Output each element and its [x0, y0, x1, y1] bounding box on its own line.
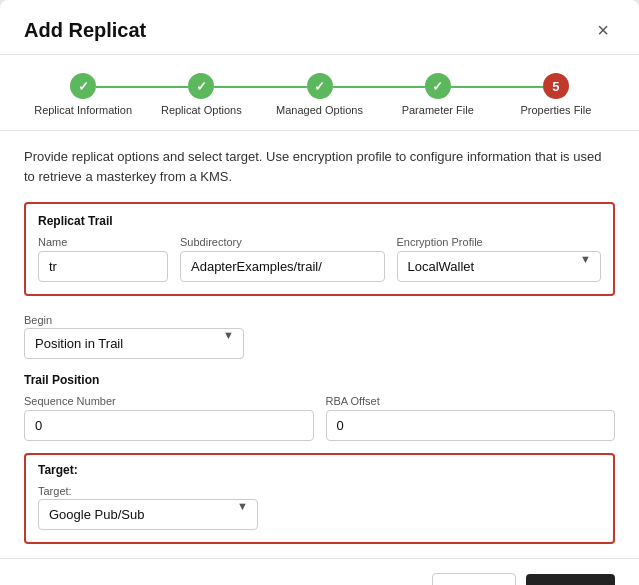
begin-row: Begin Position in Trail Now Custom ▼: [24, 310, 615, 359]
encryption-profile-label: Encryption Profile: [397, 236, 602, 248]
begin-select-wrapper: Begin Position in Trail Now Custom ▼: [24, 310, 244, 359]
target-select-wrapper: Target: Google Pub/Sub Kafka Oracle Gold…: [38, 481, 258, 530]
trail-position-row: Sequence Number RBA Offset: [24, 395, 615, 441]
target-field-label: Target:: [38, 485, 72, 497]
modal-header: Add Replicat ×: [0, 0, 639, 55]
sequence-number-field-group: Sequence Number: [24, 395, 314, 441]
replicat-trail-section: Replicat Trail Name Subdirectory Encrypt…: [24, 202, 615, 296]
modal-body: Provide replicat options and select targ…: [0, 131, 639, 558]
step-circle-2: [188, 73, 214, 99]
step-check-4: [432, 79, 443, 94]
encryption-profile-field-group: Encryption Profile LocalWallet None Cust…: [397, 236, 602, 282]
step-managed-options: Managed Options: [260, 73, 378, 116]
name-label: Name: [38, 236, 168, 248]
encryption-profile-select[interactable]: LocalWallet None Custom: [397, 251, 602, 282]
step-parameter-file: Parameter File: [379, 73, 497, 116]
step-label-3: Managed Options: [276, 104, 363, 116]
subdirectory-label: Subdirectory: [180, 236, 385, 248]
step-label-2: Replicat Options: [161, 104, 242, 116]
modal-footer: ◄ Back Next ►: [0, 558, 639, 585]
step-circle-5: 5: [543, 73, 569, 99]
sequence-number-label: Sequence Number: [24, 395, 314, 407]
trail-position-label: Trail Position: [24, 373, 615, 387]
replicat-trail-label: Replicat Trail: [38, 214, 601, 228]
step-label-1: Replicat Information: [34, 104, 132, 116]
step-circle-1: [70, 73, 96, 99]
rba-offset-label: RBA Offset: [326, 395, 616, 407]
replicat-trail-fields: Name Subdirectory Encryption Profile Loc…: [38, 236, 601, 282]
target-section: Target: Target: Google Pub/Sub Kafka Ora…: [24, 453, 615, 544]
name-field-group: Name: [38, 236, 168, 282]
info-text: Provide replicat options and select targ…: [24, 147, 615, 186]
step-replicat-options: Replicat Options: [142, 73, 260, 116]
name-input[interactable]: [38, 251, 168, 282]
steps-row: Replicat Information Replicat Options Ma…: [0, 55, 639, 131]
subdirectory-field-group: Subdirectory: [180, 236, 385, 282]
step-check-2: [196, 79, 207, 94]
step-circle-4: [425, 73, 451, 99]
rba-offset-input[interactable]: [326, 410, 616, 441]
target-outer-label: Target:: [38, 463, 601, 477]
step-check-3: [314, 79, 325, 94]
begin-label: Begin: [24, 314, 52, 326]
modal-title: Add Replicat: [24, 19, 146, 42]
close-button[interactable]: ×: [591, 18, 615, 42]
trail-position-section: Trail Position Sequence Number RBA Offse…: [24, 373, 615, 441]
step-circle-3: [307, 73, 333, 99]
step-replicat-information: Replicat Information: [24, 73, 142, 116]
step-number-5: 5: [552, 79, 559, 94]
back-button[interactable]: ◄ Back: [432, 573, 517, 585]
sequence-number-input[interactable]: [24, 410, 314, 441]
step-label-4: Parameter File: [402, 104, 474, 116]
subdirectory-input[interactable]: [180, 251, 385, 282]
begin-select[interactable]: Position in Trail Now Custom: [24, 328, 244, 359]
step-properties-file: 5 Properties File: [497, 73, 615, 116]
next-button[interactable]: Next ►: [526, 574, 615, 585]
add-replicat-modal: Add Replicat × Replicat Information Repl…: [0, 0, 639, 585]
step-check-1: [78, 79, 89, 94]
step-label-5: Properties File: [520, 104, 591, 116]
target-select[interactable]: Google Pub/Sub Kafka Oracle GoldenGate: [38, 499, 258, 530]
rba-offset-field-group: RBA Offset: [326, 395, 616, 441]
